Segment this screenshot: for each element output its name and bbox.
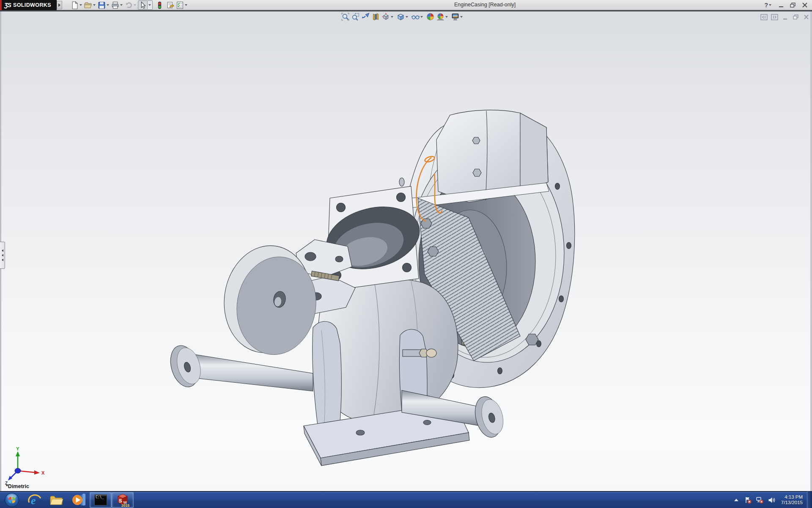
minimize-document-button[interactable] (782, 14, 789, 20)
logo-wordmark: SOLIDWORKS (13, 2, 51, 8)
edit-appearance-button[interactable] (426, 12, 435, 21)
sw-year-badge: 2015 (121, 503, 129, 507)
apply-scene-icon (436, 13, 444, 21)
triad-x-label: X (41, 470, 45, 475)
apply-scene-button[interactable] (436, 12, 450, 21)
show-hidden-icons-button[interactable] (732, 496, 740, 504)
undo-button[interactable] (124, 0, 138, 10)
show-left-pane-button[interactable] (760, 14, 768, 20)
flag-icon (744, 497, 752, 504)
cmd-prompt-text: C:\_ (96, 495, 104, 499)
dropdown-arrow-icon[interactable] (93, 4, 96, 6)
chevron-left-icon (2, 249, 3, 252)
graphics-viewport[interactable] (0, 11, 812, 491)
display-style-icon (397, 13, 405, 21)
speaker-icon (768, 497, 776, 504)
select-tool-button[interactable] (138, 0, 148, 10)
restore-document-button[interactable] (792, 14, 799, 20)
rebuild-button[interactable] (155, 0, 164, 10)
ie-letter: e (31, 494, 36, 507)
title-bar: ƷS SOLIDWORKS (0, 0, 812, 10)
featuremanager-collapsed-tab[interactable] (0, 242, 5, 269)
zoom-to-area-icon (351, 13, 359, 21)
menu-bar-toolbar (70, 0, 189, 10)
zoom-to-area-button[interactable] (351, 12, 360, 21)
taskbar-command-prompt[interactable]: C:\_ (90, 492, 112, 508)
zoom-to-fit-button[interactable] (341, 12, 350, 21)
open-folder-icon (84, 1, 92, 9)
solidworks-logo: ƷS SOLIDWORKS (0, 0, 57, 10)
network-disconnected-icon (756, 497, 763, 504)
view-settings-button[interactable] (451, 12, 464, 21)
dropdown-arrow-icon[interactable] (80, 4, 82, 6)
windows-taskbar: e C:\_ (0, 491, 812, 508)
tray-date: 7/13/2015 (781, 500, 803, 505)
tray-clock[interactable]: 4:13 PM 7/13/2015 (781, 494, 803, 505)
file-properties-button[interactable] (166, 0, 175, 10)
taskbar-internet-explorer[interactable]: e (24, 492, 46, 508)
dropdown-arrow-icon[interactable] (107, 4, 109, 6)
chevron-left-icon (2, 254, 3, 257)
section-view-icon (372, 13, 380, 21)
select-tool-dropdown[interactable] (148, 0, 153, 10)
save-floppy-icon (98, 1, 106, 9)
select-cursor-icon (139, 1, 147, 9)
windows-start-orb-icon (4, 492, 19, 508)
dropdown-arrow-icon (148, 4, 151, 6)
dropdown-arrow-icon[interactable] (391, 16, 393, 18)
solidworks-window: ƷS SOLIDWORKS (0, 0, 812, 508)
taskbar-windows-explorer[interactable] (46, 492, 68, 508)
zoom-to-fit-icon (341, 13, 349, 21)
options-checklist-icon (176, 1, 184, 9)
solidworks-2015-icon: S W 2015 (115, 493, 130, 507)
close-button[interactable] (801, 2, 809, 8)
previous-view-button[interactable] (361, 12, 370, 21)
show-right-pane-button[interactable] (771, 14, 778, 20)
taskbar-apps: e C:\_ (0, 491, 134, 508)
dropdown-arrow-icon[interactable] (420, 16, 423, 18)
dropdown-arrow-icon[interactable] (120, 4, 123, 6)
dropdown-arrow-icon[interactable] (460, 16, 463, 18)
help-icon: ? (764, 2, 768, 8)
view-orientation-button[interactable] (381, 12, 395, 21)
chevron-left-icon (2, 259, 3, 261)
menu-expander-button[interactable] (57, 1, 62, 9)
help-button[interactable]: ? (764, 0, 773, 10)
undo-icon (125, 1, 133, 9)
section-view-button[interactable] (371, 12, 380, 21)
document-window-controls (760, 14, 810, 20)
view-orientation-label: *Dimetric (6, 483, 29, 489)
network-status-icon[interactable] (756, 496, 764, 504)
volume-icon[interactable] (768, 496, 776, 504)
restore-button[interactable] (789, 2, 797, 8)
minimize-button[interactable] (777, 2, 785, 8)
dropdown-arrow-icon[interactable] (445, 16, 448, 18)
media-player-icon (71, 493, 86, 507)
logo-3ds-mark: ƷS (4, 2, 11, 8)
open-button[interactable] (84, 0, 97, 10)
print-button[interactable] (111, 0, 124, 10)
display-style-button[interactable] (396, 12, 410, 21)
options-button[interactable] (176, 0, 189, 10)
tray-time: 4:13 PM (781, 494, 803, 500)
dropdown-arrow-icon[interactable] (134, 4, 136, 6)
dropdown-arrow-icon[interactable] (185, 4, 187, 6)
taskbar-media-player[interactable] (68, 492, 90, 508)
action-center-icon[interactable] (744, 496, 752, 504)
start-button[interactable] (0, 491, 24, 508)
logo-red-accent (0, 0, 2, 10)
view-orientation-icon (382, 13, 390, 21)
headsup-view-toolbar (341, 12, 464, 21)
dropdown-arrow-icon[interactable] (769, 4, 771, 6)
dropdown-arrow-icon[interactable] (406, 16, 408, 18)
new-document-button[interactable] (70, 0, 84, 10)
hide-show-items-button[interactable] (411, 12, 425, 21)
command-prompt-icon: C:\_ (94, 494, 107, 505)
triad-y-label: Y (16, 446, 19, 451)
show-desktop-button[interactable] (807, 491, 812, 508)
folder-icon (49, 494, 64, 506)
rebuild-traffic-light-icon (156, 1, 164, 9)
taskbar-solidworks[interactable]: S W 2015 (112, 492, 134, 508)
save-button[interactable] (97, 0, 111, 10)
close-document-button[interactable] (803, 14, 810, 20)
